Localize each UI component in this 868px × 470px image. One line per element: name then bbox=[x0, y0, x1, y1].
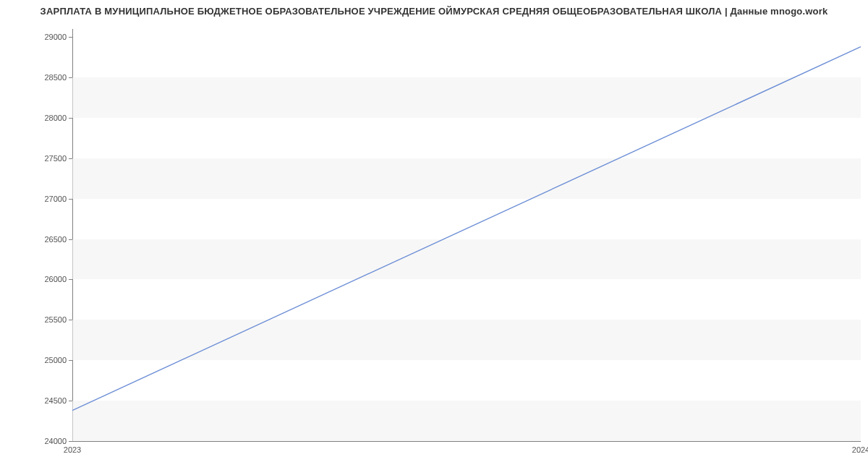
y-tick-label: 27000 bbox=[9, 195, 67, 203]
chart-container: ЗАРПЛАТА В МУНИЦИПАЛЬНОЕ БЮДЖЕТНОЕ ОБРАЗ… bbox=[0, 0, 868, 470]
y-tick-label: 25500 bbox=[9, 315, 67, 324]
y-tick-label: 26000 bbox=[9, 275, 67, 283]
x-tick-label: 2024 bbox=[852, 445, 868, 454]
y-tick-label: 25000 bbox=[9, 356, 67, 364]
y-tick-label: 28500 bbox=[9, 73, 67, 82]
y-tickmark bbox=[69, 441, 72, 442]
y-tick-label: 26500 bbox=[9, 235, 67, 244]
chart-title: ЗАРПЛАТА В МУНИЦИПАЛЬНОЕ БЮДЖЕТНОЕ ОБРАЗ… bbox=[0, 6, 868, 17]
y-tick-label: 24500 bbox=[9, 396, 67, 405]
y-tick-label: 27500 bbox=[9, 154, 67, 163]
line-layer bbox=[72, 29, 861, 441]
series-salary bbox=[72, 47, 861, 411]
plot-area bbox=[72, 29, 861, 442]
y-tick-label: 29000 bbox=[9, 33, 67, 41]
y-tick-label: 28000 bbox=[9, 114, 67, 122]
y-tick-label: 24000 bbox=[9, 437, 67, 445]
x-tick-label: 2023 bbox=[64, 445, 81, 454]
